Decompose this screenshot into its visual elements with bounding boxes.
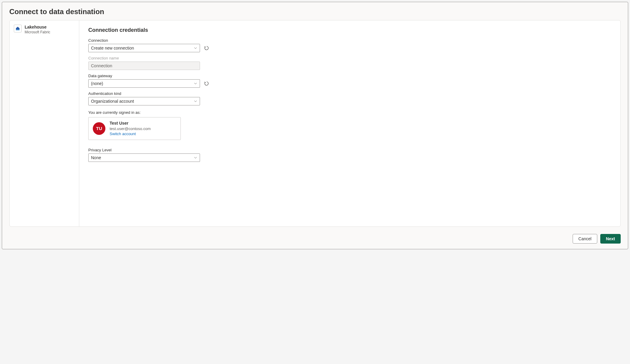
- refresh-icon: [204, 46, 209, 50]
- sidebar-item-subtitle: Microsoft Fabric: [25, 30, 50, 35]
- sidebar-item-title: Lakehouse: [25, 25, 50, 30]
- privacy-select[interactable]: None: [88, 153, 200, 162]
- sidebar-item-lakehouse[interactable]: Lakehouse Microsoft Fabric: [14, 25, 75, 35]
- field-connection-name: Connection name Connection: [88, 56, 611, 70]
- svg-rect-0: [16, 29, 20, 30]
- connection-name-label: Connection name: [88, 56, 611, 60]
- connection-select[interactable]: Create new connection: [88, 44, 200, 52]
- chevron-down-icon: [194, 99, 197, 103]
- signed-in-label: You are currently signed in as:: [88, 110, 611, 115]
- cancel-button[interactable]: Cancel: [573, 234, 597, 244]
- dialog-footer: Cancel Next: [2, 230, 628, 249]
- data-gateway-select[interactable]: (none): [88, 79, 200, 88]
- user-info: Test User test.user@contoso.com Switch a…: [110, 120, 151, 137]
- auth-kind-label: Authentication kind: [88, 91, 611, 96]
- user-name: Test User: [110, 120, 151, 126]
- field-data-gateway: Data gateway (none): [88, 74, 611, 88]
- chevron-down-icon: [194, 82, 197, 85]
- auth-kind-select[interactable]: Organizational account: [88, 97, 200, 105]
- connection-value: Create new connection: [91, 46, 134, 50]
- chevron-down-icon: [194, 156, 197, 159]
- connection-name-input[interactable]: Connection: [88, 62, 200, 70]
- field-connection: Connection Create new connection: [88, 38, 611, 52]
- chevron-down-icon: [194, 46, 197, 50]
- avatar: TU: [93, 122, 105, 135]
- refresh-connection-button[interactable]: [204, 45, 210, 51]
- field-privacy-level: Privacy Level None: [88, 148, 611, 162]
- dialog-title: Connect to data destination: [9, 8, 621, 16]
- connection-label: Connection: [88, 38, 611, 43]
- switch-account-link[interactable]: Switch account: [110, 131, 151, 137]
- data-gateway-label: Data gateway: [88, 74, 611, 78]
- user-email: test.user@contoso.com: [110, 126, 151, 132]
- dialog-header: Connect to data destination: [2, 2, 628, 20]
- privacy-value: None: [91, 155, 101, 160]
- lakehouse-icon: [14, 25, 22, 32]
- data-gateway-value: (none): [91, 81, 103, 86]
- section-title: Connection credentials: [88, 27, 611, 33]
- next-button[interactable]: Next: [600, 234, 621, 244]
- privacy-label: Privacy Level: [88, 148, 611, 152]
- refresh-icon: [204, 81, 209, 86]
- connect-dialog: Connect to data destination Lakehouse Mi…: [2, 2, 628, 249]
- main-panel: Connection credentials Connection Create…: [79, 20, 620, 226]
- field-auth-kind: Authentication kind Organizational accou…: [88, 91, 611, 105]
- sidebar-text: Lakehouse Microsoft Fabric: [25, 25, 50, 35]
- refresh-gateway-button[interactable]: [204, 80, 210, 86]
- auth-kind-value: Organizational account: [91, 99, 134, 104]
- content-card: Lakehouse Microsoft Fabric Connection cr…: [9, 20, 621, 227]
- connection-name-placeholder: Connection: [91, 63, 112, 68]
- user-card: TU Test User test.user@contoso.com Switc…: [88, 117, 181, 140]
- sidebar: Lakehouse Microsoft Fabric: [10, 20, 79, 226]
